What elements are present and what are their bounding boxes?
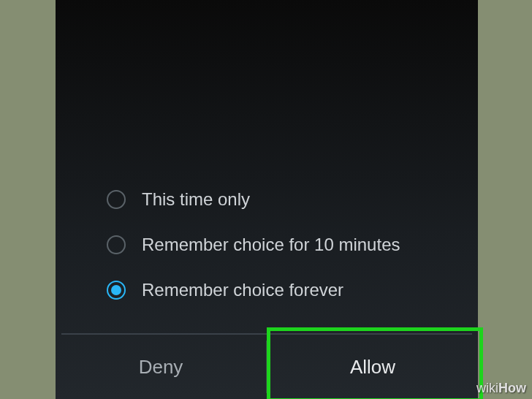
deny-button[interactable]: Deny — [56, 335, 266, 399]
radio-option-remember-10-minutes[interactable]: Remember choice for 10 minutes — [107, 222, 478, 267]
radio-group: This time only Remember choice for 10 mi… — [56, 177, 478, 322]
watermark-wiki: wiki — [476, 381, 498, 395]
radio-label: Remember choice for 10 minutes — [142, 235, 400, 255]
radio-label: Remember choice forever — [142, 280, 343, 300]
dialog-content-area — [56, 0, 478, 177]
watermark-how: How — [498, 381, 526, 395]
button-row: Deny Allow — [56, 335, 478, 399]
radio-inner-dot — [111, 285, 121, 295]
radio-option-this-time-only[interactable]: This time only — [107, 177, 478, 222]
deny-button-label: Deny — [139, 356, 183, 379]
radio-label: This time only — [142, 189, 250, 210]
radio-button-icon — [107, 190, 126, 209]
allow-button-label: Allow — [350, 356, 395, 379]
radio-button-icon — [107, 235, 126, 254]
radio-button-selected-icon — [107, 281, 126, 300]
watermark: wikiHow — [476, 381, 526, 396]
permission-dialog: This time only Remember choice for 10 mi… — [56, 0, 478, 399]
allow-button[interactable]: Allow — [267, 335, 478, 399]
radio-option-remember-forever[interactable]: Remember choice forever — [107, 267, 478, 313]
